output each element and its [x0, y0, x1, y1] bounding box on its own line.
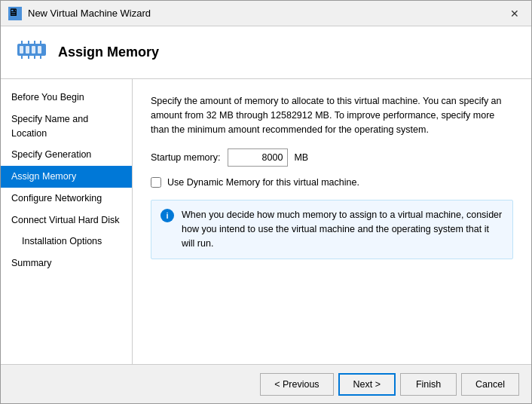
- close-button[interactable]: ✕: [506, 5, 524, 23]
- header-section: Assign Memory: [1, 26, 531, 79]
- svg-rect-1: [20, 46, 23, 54]
- sidebar: Before You Begin Specify Name and Locati…: [1, 79, 133, 364]
- footer: < Previous Next > Finish Cancel: [1, 364, 531, 403]
- dynamic-memory-label[interactable]: Use Dynamic Memory for this virtual mach…: [167, 177, 359, 188]
- cancel-button[interactable]: Cancel: [461, 373, 519, 396]
- dialog-window: 🖥 New Virtual Machine Wizard ✕: [0, 0, 532, 404]
- sidebar-item-installation-options[interactable]: Installation Options: [1, 231, 132, 252]
- titlebar-icon: 🖥: [8, 7, 22, 20]
- info-icon: i: [161, 209, 174, 222]
- sidebar-item-specify-generation[interactable]: Specify Generation: [1, 144, 132, 166]
- main-content: Specify the amount of memory to allocate…: [133, 79, 531, 364]
- memory-unit: MB: [294, 152, 308, 163]
- svg-rect-11: [34, 41, 35, 44]
- svg-rect-3: [32, 46, 35, 54]
- memory-input[interactable]: [228, 148, 288, 167]
- page-title: Assign Memory: [58, 44, 159, 60]
- info-text: When you decide how much memory to assig…: [182, 208, 503, 250]
- sidebar-item-summary[interactable]: Summary: [1, 252, 132, 274]
- info-box: i When you decide how much memory to ass…: [151, 200, 513, 259]
- sidebar-item-connect-vhd[interactable]: Connect Virtual Hard Disk: [1, 210, 132, 231]
- dynamic-memory-checkbox[interactable]: [151, 177, 161, 188]
- svg-rect-2: [26, 46, 29, 54]
- memory-row: Startup memory: MB: [151, 148, 513, 167]
- content-area: Before You Begin Specify Name and Locati…: [1, 79, 531, 364]
- svg-rect-10: [28, 41, 29, 44]
- svg-rect-4: [38, 46, 41, 54]
- sidebar-item-before-you-begin[interactable]: Before You Begin: [1, 87, 132, 109]
- memory-label: Startup memory:: [151, 152, 220, 163]
- svg-rect-12: [40, 41, 41, 44]
- description-text: Specify the amount of memory to allocate…: [151, 94, 513, 136]
- finish-button[interactable]: Finish: [400, 373, 457, 396]
- svg-rect-5: [21, 56, 23, 59]
- next-button[interactable]: Next >: [338, 373, 396, 396]
- titlebar: 🖥 New Virtual Machine Wizard ✕: [1, 1, 531, 26]
- svg-rect-6: [28, 56, 29, 59]
- svg-rect-8: [40, 56, 41, 59]
- titlebar-title: New Virtual Machine Wizard: [28, 8, 506, 19]
- sidebar-item-assign-memory[interactable]: Assign Memory: [1, 166, 132, 188]
- sidebar-item-specify-name[interactable]: Specify Name and Location: [1, 109, 132, 145]
- svg-rect-7: [34, 56, 35, 59]
- header-icon: [16, 41, 47, 65]
- previous-button[interactable]: < Previous: [260, 373, 333, 396]
- memory-icon: [17, 39, 46, 66]
- dynamic-memory-row: Use Dynamic Memory for this virtual mach…: [151, 177, 513, 188]
- svg-rect-9: [21, 41, 23, 44]
- sidebar-item-configure-networking[interactable]: Configure Networking: [1, 188, 132, 210]
